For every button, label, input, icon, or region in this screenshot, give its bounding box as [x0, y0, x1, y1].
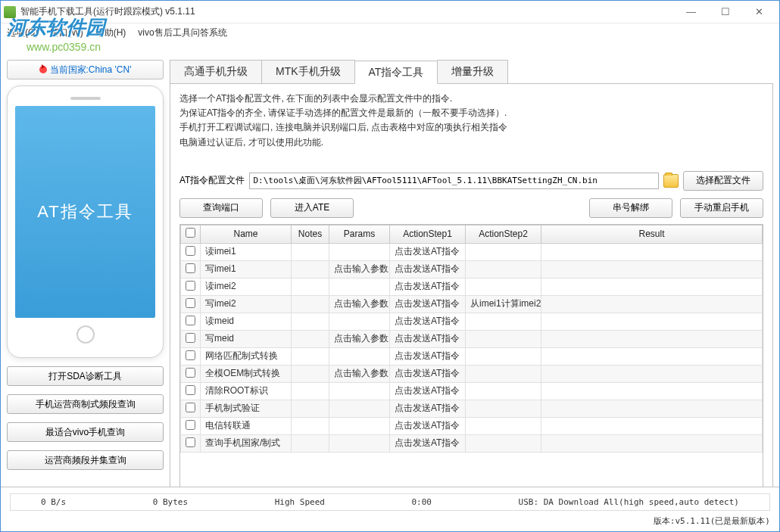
- query-port-button[interactable]: 查询端口: [179, 198, 263, 218]
- cell-step1[interactable]: 点击发送AT指令: [390, 382, 466, 400]
- maximize-button[interactable]: ☐: [708, 2, 742, 23]
- cell-result[interactable]: [541, 347, 763, 365]
- cell-result[interactable]: [541, 330, 763, 347]
- cell-params[interactable]: 点击输入参数: [329, 260, 390, 278]
- row-checkbox[interactable]: [186, 246, 195, 256]
- cell-notes[interactable]: [292, 382, 329, 400]
- row-checkbox[interactable]: [186, 403, 195, 412]
- cell-name[interactable]: 写imei1: [201, 260, 292, 278]
- tab-mtk[interactable]: MTK手机升级: [261, 60, 355, 83]
- cell-params[interactable]: 点击输入参数: [329, 295, 390, 313]
- row-checkbox-cell[interactable]: [181, 347, 201, 365]
- table-row[interactable]: 写imei1点击输入参数点击发送AT指令: [181, 260, 763, 278]
- table-row[interactable]: 写imei2点击输入参数点击发送AT指令从imei1计算imei2: [181, 295, 763, 313]
- row-checkbox[interactable]: [186, 437, 195, 447]
- cell-notes[interactable]: [292, 295, 329, 313]
- row-checkbox-cell[interactable]: [181, 330, 201, 347]
- cell-params[interactable]: [329, 400, 390, 417]
- cell-notes[interactable]: [292, 434, 329, 452]
- table-scroll[interactable]: Name Notes Params ActionStep1 ActionStep…: [180, 225, 763, 495]
- cell-params[interactable]: 点击输入参数: [329, 365, 390, 382]
- table-row[interactable]: 读meid点击发送AT指令: [181, 313, 763, 330]
- cell-step2[interactable]: [466, 365, 541, 382]
- cell-step2[interactable]: [466, 278, 541, 295]
- cell-notes[interactable]: [292, 243, 329, 260]
- table-row[interactable]: 查询手机国家/制式点击发送AT指令: [181, 434, 763, 452]
- country-box[interactable]: 当前国家:China 'CN': [7, 60, 164, 79]
- row-checkbox[interactable]: [186, 368, 195, 378]
- cell-notes[interactable]: [292, 400, 329, 417]
- cell-name[interactable]: 读meid: [201, 313, 292, 330]
- cell-step2[interactable]: [466, 417, 541, 434]
- cell-params[interactable]: [329, 434, 390, 452]
- cell-result[interactable]: [541, 400, 763, 417]
- table-row[interactable]: 清除ROOT标识点击发送AT指令: [181, 382, 763, 400]
- folder-icon[interactable]: [663, 174, 679, 188]
- cell-params[interactable]: [329, 347, 390, 365]
- table-row[interactable]: 读imei2点击发送AT指令: [181, 278, 763, 295]
- cell-result[interactable]: [541, 434, 763, 452]
- cell-params[interactable]: [329, 417, 390, 434]
- cell-result[interactable]: [541, 382, 763, 400]
- cell-step1[interactable]: 点击发送AT指令: [390, 330, 466, 347]
- row-checkbox[interactable]: [186, 263, 195, 273]
- table-row[interactable]: 全模OEM制式转换点击输入参数点击发送AT指令: [181, 365, 763, 382]
- cell-name[interactable]: 电信转联通: [201, 417, 292, 434]
- cell-step1[interactable]: 点击发送AT指令: [390, 417, 466, 434]
- cell-step1[interactable]: 点击发送AT指令: [390, 278, 466, 295]
- cell-params[interactable]: [329, 243, 390, 260]
- header-checkbox[interactable]: [181, 225, 201, 243]
- menu-vivo[interactable]: vivo售后工具问答系统: [138, 26, 226, 39]
- row-checkbox-cell[interactable]: [181, 313, 201, 330]
- row-checkbox-cell[interactable]: [181, 243, 201, 260]
- row-checkbox[interactable]: [186, 350, 195, 360]
- cell-step2[interactable]: [466, 313, 541, 330]
- cell-step1[interactable]: 点击发送AT指令: [390, 243, 466, 260]
- cell-result[interactable]: [541, 243, 763, 260]
- menu-help[interactable]: 帮助(H): [95, 26, 126, 39]
- cell-step1[interactable]: 点击发送AT指令: [390, 347, 466, 365]
- cell-name[interactable]: 网络匹配制式转换: [201, 347, 292, 365]
- cell-step2[interactable]: 从imei1计算imei2: [466, 295, 541, 313]
- row-checkbox-cell[interactable]: [181, 434, 201, 452]
- header-name[interactable]: Name: [201, 225, 292, 243]
- header-notes[interactable]: Notes: [292, 225, 329, 243]
- config-path-input[interactable]: [249, 173, 659, 189]
- row-checkbox-cell[interactable]: [181, 382, 201, 400]
- vivo-query-button[interactable]: 最适合vivo手机查询: [7, 422, 164, 442]
- cell-step1[interactable]: 点击发送AT指令: [390, 295, 466, 313]
- menu-options[interactable]: 选项(O): [7, 26, 38, 39]
- cell-step2[interactable]: [466, 382, 541, 400]
- table-row[interactable]: 手机制式验证点击发送AT指令: [181, 400, 763, 417]
- minimize-button[interactable]: —: [674, 2, 708, 23]
- cell-step1[interactable]: 点击发送AT指令: [390, 400, 466, 417]
- cell-step2[interactable]: [466, 330, 541, 347]
- select-config-button[interactable]: 选择配置文件: [683, 171, 763, 191]
- row-checkbox[interactable]: [186, 385, 195, 395]
- carrier-query-button[interactable]: 手机运营商制式频段查询: [7, 394, 164, 414]
- row-checkbox-cell[interactable]: [181, 278, 201, 295]
- unbind-button[interactable]: 串号解绑: [589, 198, 672, 218]
- cell-params[interactable]: [329, 382, 390, 400]
- cell-result[interactable]: [541, 278, 763, 295]
- cell-notes[interactable]: [292, 330, 329, 347]
- cell-notes[interactable]: [292, 417, 329, 434]
- cell-step1[interactable]: 点击发送AT指令: [390, 365, 466, 382]
- enter-ate-button[interactable]: 进入ATE: [270, 198, 354, 218]
- row-checkbox[interactable]: [186, 281, 195, 291]
- header-result[interactable]: Result: [541, 225, 763, 243]
- row-checkbox-cell[interactable]: [181, 417, 201, 434]
- cell-name[interactable]: 清除ROOT标识: [201, 382, 292, 400]
- cell-name[interactable]: 写meid: [201, 330, 292, 347]
- row-checkbox-cell[interactable]: [181, 260, 201, 278]
- cell-step2[interactable]: [466, 243, 541, 260]
- tab-at[interactable]: AT指令工具: [354, 61, 438, 84]
- row-checkbox[interactable]: [186, 298, 195, 308]
- cell-result[interactable]: [541, 295, 763, 313]
- close-button[interactable]: ✕: [742, 2, 776, 23]
- sda-diagnostic-button[interactable]: 打开SDA诊断工具: [7, 366, 164, 386]
- cell-step1[interactable]: 点击发送AT指令: [390, 260, 466, 278]
- cell-result[interactable]: [541, 365, 763, 382]
- cell-params[interactable]: [329, 313, 390, 330]
- table-row[interactable]: 网络匹配制式转换点击发送AT指令: [181, 347, 763, 365]
